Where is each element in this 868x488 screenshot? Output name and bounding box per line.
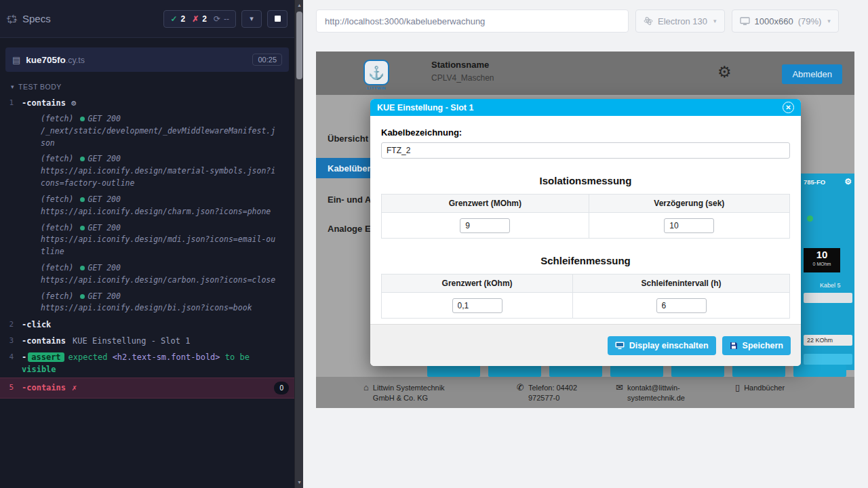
assert-badge: assert [28, 352, 64, 362]
iso-verzoegerung-input[interactable] [664, 218, 714, 233]
fetch-log-row[interactable]: (fetch)GET 200 https://api.iconify.desig… [0, 192, 285, 220]
spec-timer: 00:25 [252, 54, 282, 66]
iso-col-verzoegerung: Verzögerung (sek) [589, 195, 789, 213]
x-icon: ✗ [192, 14, 199, 24]
specs-menu-icon[interactable]: ⮔ [7, 13, 17, 24]
app-footer: ⌂ Littwin Systemtechnik GmbH & Co. KG ✆ … [316, 377, 854, 408]
iso-col-grenzwert: Grenzwert (MOhm) [382, 195, 589, 213]
spec-file-row[interactable]: ▤ kue705fo.cy.ts 00:25 [5, 47, 289, 72]
failed-stat: ✗2 [192, 14, 207, 24]
modal-header: KUE Einstellung - Slot 1 ✕ [370, 99, 801, 116]
aut-topbar: Electron 130 ▾ 1000x660 (79%) ▾ [303, 0, 868, 42]
status-dot-icon [80, 294, 85, 299]
fetch-log-row[interactable]: (fetch)GET 200 https://api.iconify.desig… [0, 289, 285, 317]
status-dot-icon [807, 216, 813, 222]
display-einschalten-button[interactable]: Display einschalten [608, 336, 716, 355]
fail-x-icon: ✗ [72, 383, 77, 392]
status-dot-icon [80, 226, 85, 230]
status-dot-icon [80, 266, 85, 270]
app-header: ⚓ LITTWIN Stationsname CPLV4_Maschen ⚙ A… [316, 52, 854, 95]
collapse-button[interactable]: ▾ [241, 10, 262, 28]
fetch-log-row[interactable]: (fetch)GET 200 /_next/static/development… [0, 111, 285, 151]
spec-file-icon: ▤ [12, 55, 20, 65]
phone-number: Telefon: 04402 972577-0 [528, 383, 604, 403]
fetch-log-row[interactable]: (fetch)GET 200 https://api.iconify.desig… [0, 260, 285, 289]
aut-panel: Electron 130 ▾ 1000x660 (79%) ▾ ⚓ LITTWI… [303, 0, 868, 488]
card-title: 785-FO [804, 178, 825, 186]
display-icon [615, 342, 625, 350]
card-gear-icon[interactable]: ⚙ [844, 177, 852, 186]
email-address[interactable]: kontakt@littwin-systemtechnik.de [627, 383, 698, 403]
slot-button[interactable] [671, 365, 724, 377]
slot-button[interactable] [488, 365, 541, 377]
fetch-log-row[interactable]: (fetch)GET 200 https://api.iconify.desig… [0, 220, 285, 260]
iso-grenzwert-input[interactable] [460, 218, 510, 233]
browser-select[interactable]: Electron 130 ▾ [635, 9, 725, 33]
slot-card: 785-FO ⚙ 10 0 MOhm Kabel 5 22 KOhm [801, 174, 854, 370]
command-row-contains-modal[interactable]: 3 -containsKUE Einstellung - Slot 1 [0, 333, 294, 349]
specs-label[interactable]: Specs [22, 13, 51, 24]
test-body-header[interactable]: ▾ TEST BODY [0, 75, 294, 95]
loop-grenzwert-input[interactable] [452, 298, 502, 313]
loop-col-grenzwert: Grenzwert (kOhm) [382, 274, 573, 293]
command-row-assert[interactable]: 4 -assertexpected <h2.text-sm.font-bold>… [0, 349, 294, 378]
manuals-link[interactable]: Handbücher [744, 383, 785, 393]
modal-title: KUE Einstellung - Slot 1 [377, 103, 473, 113]
loop-col-intervall: Schleifenintervall (h) [573, 274, 790, 293]
slot-button[interactable] [549, 365, 602, 377]
slot-button[interactable] [793, 365, 846, 377]
chevron-down-icon: ▾ [827, 18, 831, 24]
save-icon [730, 342, 738, 350]
pending-stat: ⟳-- [214, 14, 229, 24]
station-label: Stationsname [431, 60, 494, 70]
slot-button[interactable] [732, 365, 785, 377]
app-under-test: ⚓ LITTWIN Stationsname CPLV4_Maschen ⚙ A… [316, 52, 854, 408]
chevron-down-icon: ▾ [11, 83, 14, 90]
book-icon: ▯ [735, 383, 740, 392]
speichern-button[interactable]: Speichern [722, 336, 791, 355]
slot-button[interactable] [427, 365, 480, 377]
factory-icon: ⌂ [363, 383, 369, 392]
check-icon: ✓ [170, 14, 177, 24]
logout-button[interactable]: Abmelden [782, 64, 842, 84]
loop-intervall-input[interactable] [656, 298, 707, 313]
spec-name: kue705fo [26, 55, 66, 65]
fetch-log-row[interactable]: (fetch)GET 200 https://api.iconify.desig… [0, 151, 285, 191]
email-icon: ✉ [616, 383, 623, 392]
reporter-scrollbar[interactable]: ▲ ▼ [294, 0, 303, 488]
refresh-icon: ⟳ [214, 14, 220, 24]
viewport-select[interactable]: 1000x660 (79%) ▾ [732, 9, 839, 33]
gear-icon: ⚙ [71, 98, 76, 108]
close-icon[interactable]: ✕ [783, 102, 794, 113]
kabel-label: Kabel 5 [820, 282, 841, 289]
phone-icon: ✆ [517, 383, 524, 392]
command-row-contains-failed[interactable]: 5 -contains✗ 0 [0, 378, 294, 399]
monitor-icon [740, 17, 750, 26]
command-row-contains[interactable]: 1 -contains⚙ [0, 95, 294, 111]
url-input[interactable] [316, 9, 629, 33]
littwin-logo: ⚓ [363, 60, 389, 85]
kue-settings-modal: KUE Einstellung - Slot 1 ✕ Kabelbezeichn… [370, 99, 801, 366]
slot-button[interactable] [610, 365, 663, 377]
chevron-down-icon: ▾ [713, 18, 717, 24]
card-button[interactable] [804, 354, 852, 365]
schleifenmessung-table: Grenzwert (kOhm) Schleifenintervall (h) [381, 274, 790, 319]
spec-ext: .cy.ts [66, 56, 85, 65]
status-dot-icon [80, 157, 85, 161]
scrollbar-thumb[interactable] [296, 12, 302, 79]
company-name: Littwin Systemtechnik GmbH & Co. KG [373, 383, 454, 403]
kabelbezeichnung-input[interactable] [381, 142, 790, 159]
settings-gear-icon[interactable]: ⚙ [717, 63, 732, 81]
isolationsmessung-heading: Isolationsmessung [381, 175, 790, 186]
card-field [804, 293, 852, 303]
retry-count-badge: 0 [274, 382, 289, 394]
test-stats: ✓2 ✗2 ⟳-- [163, 10, 236, 28]
cypress-reporter: ⮔ Specs ✓2 ✗2 ⟳-- ▾ ▤ kue705fo.cy.ts 00:… [0, 0, 294, 488]
passed-stat: ✓2 [170, 14, 185, 24]
logo-caption: LITTWIN [363, 86, 389, 90]
stop-button[interactable] [267, 10, 288, 28]
command-row-click[interactable]: 2 -click [0, 317, 294, 333]
screen: ⮔ Specs ✓2 ✗2 ⟳-- ▾ ▤ kue705fo.cy.ts 00:… [0, 0, 868, 488]
reporter-header: ⮔ Specs ✓2 ✗2 ⟳-- ▾ [0, 0, 294, 38]
modal-footer: Display einschalten Speichern [370, 324, 801, 366]
